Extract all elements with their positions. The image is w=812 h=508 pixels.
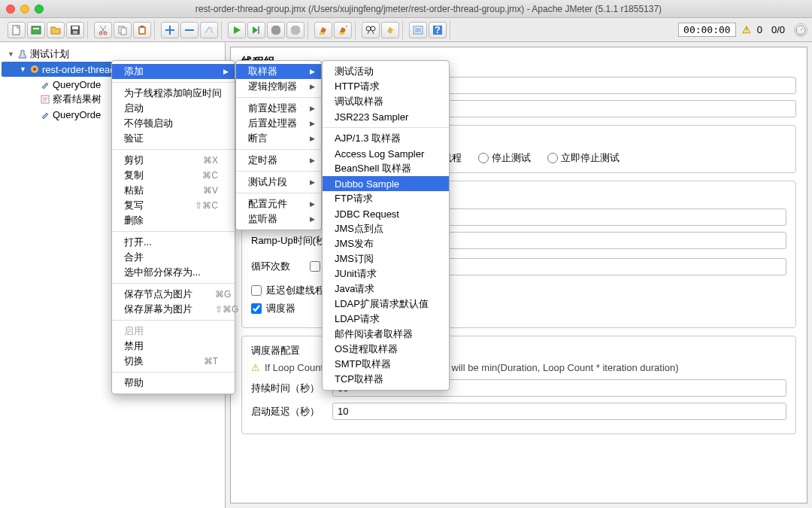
- menu-item[interactable]: 保存屏幕为图片⇧⌘G: [112, 302, 235, 317]
- menu-item[interactable]: JUnit请求: [323, 266, 449, 281]
- menu-item[interactable]: AJP/1.3 取样器: [323, 131, 449, 146]
- help-button[interactable]: ?: [429, 22, 447, 38]
- menu-item[interactable]: Dubbo Sample: [323, 176, 449, 191]
- svg-rect-15: [339, 32, 344, 35]
- thread-group-icon: [29, 63, 41, 75]
- expand-button[interactable]: [161, 22, 179, 38]
- menu-item[interactable]: SMTP取样器: [323, 357, 449, 372]
- submenu-add[interactable]: 取样器逻辑控制器前置处理器后置处理器断言定时器测试片段配置元件监听器: [235, 60, 322, 230]
- stop-button[interactable]: [267, 22, 285, 38]
- menu-item[interactable]: Access Log Sampler: [323, 146, 449, 161]
- svg-point-24: [33, 68, 36, 71]
- menu-item[interactable]: JDBC Request: [323, 206, 449, 221]
- menu-item[interactable]: OS进程取样器: [323, 342, 449, 357]
- menu-item[interactable]: FTP请求: [323, 191, 449, 206]
- tree-node-plan[interactable]: ▼ 测试计划: [2, 47, 223, 62]
- radio-stop-test[interactable]: [478, 153, 489, 163]
- startup-delay-field[interactable]: [332, 403, 786, 420]
- start-no-pause-button[interactable]: [247, 22, 265, 38]
- menu-item[interactable]: TCP取样器: [323, 372, 449, 387]
- menu-item[interactable]: 打开...: [112, 235, 235, 250]
- menu-item[interactable]: JMS点到点: [323, 221, 449, 236]
- menu-item[interactable]: 后置处理器: [236, 116, 321, 131]
- reset-search-button[interactable]: [381, 22, 399, 38]
- menu-item[interactable]: 帮助: [112, 376, 235, 391]
- delay-create-checkbox[interactable]: [251, 285, 262, 296]
- menu-item[interactable]: 启用: [112, 324, 235, 339]
- menu-item[interactable]: 断言: [236, 131, 321, 146]
- search-button[interactable]: [362, 22, 380, 38]
- save-button[interactable]: [66, 22, 84, 38]
- menu-item[interactable]: 切换⌘T: [112, 354, 235, 369]
- menu-item[interactable]: 合并: [112, 250, 235, 265]
- templates-button[interactable]: [27, 22, 45, 38]
- tree-label: QueryOrde: [53, 109, 101, 120]
- forever-checkbox[interactable]: [310, 261, 320, 272]
- toggle-button[interactable]: [200, 22, 218, 38]
- function-helper-button[interactable]: [409, 22, 427, 38]
- shutdown-button[interactable]: [286, 22, 304, 38]
- thread-count: 0/0: [771, 24, 785, 35]
- menu-item[interactable]: 定时器: [236, 153, 321, 168]
- menu-item[interactable]: JSR223 Sampler: [323, 109, 449, 124]
- menu-item[interactable]: LDAP请求: [323, 312, 449, 327]
- start-button[interactable]: [228, 22, 246, 38]
- menu-item[interactable]: JMS发布: [323, 236, 449, 251]
- menu-item[interactable]: JMS订阅: [323, 251, 449, 266]
- minimize-icon[interactable]: [20, 5, 29, 14]
- svg-point-18: [392, 26, 395, 29]
- menu-item[interactable]: 复制⌘C: [112, 168, 235, 183]
- warning-icon: ⚠: [742, 24, 751, 35]
- menu-item[interactable]: 测试活动: [323, 64, 449, 79]
- menu-item[interactable]: 前置处理器: [236, 101, 321, 116]
- chevron-down-icon[interactable]: ▼: [8, 50, 15, 58]
- tree-label: 测试计划: [30, 47, 69, 61]
- result-tree-icon: [39, 93, 51, 105]
- menu-item[interactable]: 为子线程添加响应时间: [112, 86, 235, 101]
- maximize-icon[interactable]: [35, 5, 44, 14]
- radio-stop-now[interactable]: [547, 153, 558, 163]
- menu-item[interactable]: 配置元件: [236, 196, 321, 211]
- new-button[interactable]: [8, 22, 26, 38]
- menu-item[interactable]: BeanShell 取样器: [323, 161, 449, 176]
- chevron-down-icon[interactable]: ▼: [20, 65, 27, 73]
- menu-item[interactable]: Java请求: [323, 281, 449, 297]
- menu-item[interactable]: 测试片段: [236, 175, 321, 190]
- menu-item[interactable]: HTTP请求: [323, 79, 449, 94]
- menu-item[interactable]: 添加: [112, 64, 235, 79]
- menu-item[interactable]: LDAP扩展请求默认值: [323, 297, 449, 312]
- titlebar: rest-order-thread-group.jmx (/Users/xuji…: [0, 0, 812, 18]
- submenu-sampler[interactable]: 测试活动HTTP请求调试取样器JSR223 SamplerAJP/1.3 取样器…: [322, 60, 450, 391]
- scheduler-checkbox[interactable]: [251, 303, 262, 314]
- menu-item[interactable]: 不停顿启动: [112, 116, 235, 131]
- menu-item[interactable]: 选中部分保存为...: [112, 265, 235, 280]
- menu-item[interactable]: 逻辑控制器: [236, 79, 321, 94]
- menu-item[interactable]: 邮件阅读者取样器: [323, 327, 449, 342]
- menu-item[interactable]: 启动: [112, 101, 235, 116]
- svg-rect-5: [73, 31, 77, 34]
- menu-item[interactable]: 粘贴⌘V: [112, 183, 235, 198]
- clear-all-button[interactable]: [334, 22, 352, 38]
- menu-item[interactable]: 调试取样器: [323, 94, 449, 109]
- tree-label: QueryOrde: [53, 79, 101, 90]
- gauge-icon[interactable]: [794, 23, 807, 37]
- menu-item[interactable]: 保存节点为图片⌘G: [112, 287, 235, 302]
- collapse-button[interactable]: [180, 22, 198, 38]
- svg-point-16: [366, 26, 371, 31]
- context-menu[interactable]: 添加为子线程添加响应时间启动不停顿启动验证剪切⌘X复制⌘C粘贴⌘V复写⇧⌘C删除…: [111, 60, 235, 394]
- cut-button[interactable]: [94, 22, 112, 38]
- menu-item[interactable]: 验证: [112, 131, 235, 146]
- menu-item[interactable]: 取样器: [236, 64, 321, 79]
- svg-rect-0: [13, 26, 20, 35]
- close-icon[interactable]: [6, 5, 15, 14]
- menu-item[interactable]: 剪切⌘X: [112, 153, 235, 168]
- toolbar: ? 00:00:00 ⚠ 0 0/0: [0, 18, 812, 42]
- paste-button[interactable]: [133, 22, 151, 38]
- menu-item[interactable]: 监听器: [236, 211, 321, 227]
- copy-button[interactable]: [114, 22, 132, 38]
- menu-item[interactable]: 复写⇧⌘C: [112, 198, 235, 213]
- menu-item[interactable]: 删除: [112, 213, 235, 228]
- open-button[interactable]: [47, 22, 65, 38]
- menu-item[interactable]: 禁用: [112, 339, 235, 354]
- clear-button[interactable]: [314, 22, 332, 38]
